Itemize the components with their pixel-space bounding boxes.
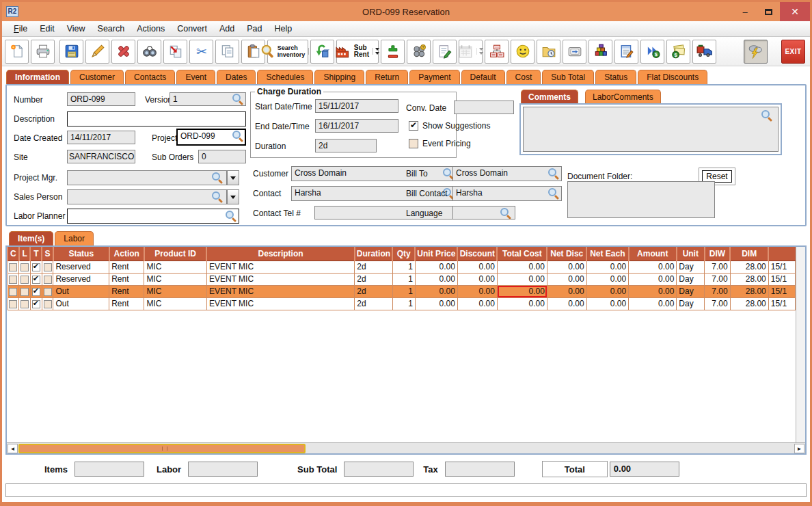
bill-contact-search-icon[interactable]: [548, 188, 559, 199]
unchecked-checkbox-icon[interactable]: [21, 276, 29, 284]
grid-cell-status[interactable]: Out: [53, 297, 109, 310]
grid-cell-description[interactable]: EVENT MIC: [206, 261, 354, 273]
sales-person-field[interactable]: [67, 189, 227, 204]
tab-information[interactable]: Information: [6, 70, 69, 84]
tab-sub-total[interactable]: Sub Total: [542, 70, 594, 84]
grid-column-header[interactable]: T: [30, 247, 42, 261]
description-field[interactable]: [67, 111, 246, 126]
calendar-dropdown-icon[interactable]: [476, 48, 483, 55]
tab-customer[interactable]: Customer: [70, 70, 124, 84]
grid-checkbox-cell[interactable]: [8, 273, 19, 285]
unchecked-checkbox-icon[interactable]: [44, 288, 52, 296]
tab-labor-comments[interactable]: LaborComments: [585, 90, 661, 103]
grid-cell-dim[interactable]: 28.00: [730, 297, 768, 310]
menu-convert[interactable]: Convert: [171, 23, 213, 35]
tab-status[interactable]: Status: [595, 70, 636, 84]
event-pricing-checkbox[interactable]: [409, 139, 418, 148]
cut-button[interactable]: ✂: [189, 40, 213, 64]
grid-checkbox-cell[interactable]: [30, 285, 42, 297]
menu-pad[interactable]: Pad: [241, 23, 268, 35]
grid-cell-discount[interactable]: 0.00: [457, 297, 497, 310]
close-button[interactable]: ✕: [780, 2, 810, 21]
grid-cell-duration[interactable]: 2d: [355, 273, 392, 285]
grid-cell-net_each[interactable]: 0.00: [586, 273, 629, 285]
grid-cell-net_disc[interactable]: 0.00: [547, 297, 586, 310]
convert-button[interactable]: [310, 40, 334, 64]
grid-cell-description[interactable]: EVENT MIC: [206, 297, 354, 310]
checked-checkbox-icon[interactable]: [32, 263, 40, 271]
maximize-button[interactable]: [757, 2, 780, 21]
grid-cell-qty[interactable]: 1: [392, 261, 415, 273]
version-search-icon[interactable]: [232, 94, 243, 105]
edit-button[interactable]: [85, 40, 109, 64]
scroll-left-icon[interactable]: ◄: [8, 444, 18, 453]
grid-cell-duration[interactable]: 2d: [355, 297, 392, 310]
shortcut-key-button[interactable]: [563, 40, 586, 64]
menu-help[interactable]: Help: [268, 23, 298, 35]
document-folder-textarea[interactable]: [567, 181, 715, 218]
grid-cell-net_disc[interactable]: 0.00: [547, 261, 586, 273]
grid-checkbox-cell[interactable]: [30, 261, 42, 273]
grid-column-header[interactable]: Amount: [629, 247, 677, 261]
grid-row[interactable]: OutRentMICEVENT MIC2d10.000.000.000.000.…: [8, 297, 796, 310]
scroll-right-icon[interactable]: ►: [794, 444, 804, 453]
grid-cell-dim[interactable]: 28.00: [730, 261, 768, 273]
minimize-button[interactable]: –: [733, 2, 757, 21]
grid-cell-amount[interactable]: 0.00: [629, 285, 677, 297]
customer-field[interactable]: Cross Domain: [291, 166, 458, 181]
tab-contacts[interactable]: Contacts: [125, 70, 175, 84]
grid-column-header[interactable]: Net Each: [586, 247, 629, 261]
grid-cell-extra[interactable]: 15/1: [768, 273, 795, 285]
scrollbar-thumb[interactable]: [18, 444, 306, 453]
grid-cell-extra[interactable]: 15/1: [768, 261, 795, 273]
grid-cell-action[interactable]: Rent: [109, 273, 144, 285]
save-button[interactable]: [59, 40, 83, 64]
price-notes-button[interactable]: $: [666, 40, 690, 64]
grid-column-header[interactable]: L: [19, 247, 31, 261]
grid-cell-qty[interactable]: 1: [392, 273, 415, 285]
sub-rent-button[interactable]: Sub Rent: [336, 40, 379, 64]
project-mgr-field[interactable]: [67, 170, 227, 185]
tab-labor[interactable]: Labor: [55, 231, 94, 245]
unchecked-checkbox-icon[interactable]: [21, 263, 29, 271]
grid-checkbox-cell[interactable]: [42, 273, 53, 285]
grid-cell-product_id[interactable]: MIC: [144, 273, 207, 285]
unchecked-checkbox-icon[interactable]: [21, 300, 29, 308]
unchecked-checkbox-icon[interactable]: [9, 263, 17, 271]
print-button[interactable]: [31, 40, 55, 64]
tab-return[interactable]: Return: [366, 70, 408, 84]
grid-cell-dim[interactable]: 28.00: [730, 273, 768, 285]
grid-cell-diw[interactable]: 7.00: [705, 261, 730, 273]
grid-cell-total_cost[interactable]: 0.00: [497, 297, 547, 310]
grid-checkbox-cell[interactable]: [30, 273, 42, 285]
show-suggestions-checkbox[interactable]: [409, 121, 418, 131]
menu-search[interactable]: Search: [92, 23, 131, 35]
calendar-button[interactable]: [459, 40, 483, 64]
inventory-cubes-button[interactable]: [588, 40, 612, 64]
tab-cost[interactable]: Cost: [506, 70, 541, 84]
grid-cell-product_id[interactable]: MIC: [144, 285, 207, 297]
grid-cell-amount[interactable]: 0.00: [629, 261, 677, 273]
grid-column-header[interactable]: Status: [53, 247, 109, 261]
grid-cell-qty[interactable]: 1: [392, 285, 415, 297]
add-remove-button[interactable]: [381, 40, 405, 64]
grid-cell-status[interactable]: Reserved: [53, 261, 109, 273]
grid-cell-net_disc[interactable]: 0.00: [547, 273, 586, 285]
grid-cell-duration[interactable]: 2d: [355, 285, 392, 297]
labor-planner-search-icon[interactable]: [226, 211, 236, 222]
unchecked-checkbox-icon[interactable]: [44, 263, 52, 271]
tab-comments[interactable]: Comments: [521, 90, 578, 103]
grid-cell-discount[interactable]: 0.00: [457, 273, 497, 285]
grid-cell-diw[interactable]: 7.00: [705, 297, 730, 310]
grid-cell-amount[interactable]: 0.00: [629, 297, 677, 310]
vertical-scrollbar[interactable]: [796, 247, 805, 442]
grid-column-header[interactable]: C: [8, 247, 19, 261]
project-mgr-dropdown[interactable]: [227, 170, 239, 185]
grid-checkbox-cell[interactable]: [19, 285, 31, 297]
grid-row[interactable]: ReservedRentMICEVENT MIC2d10.000.000.000…: [8, 273, 796, 285]
grid-column-header[interactable]: DIW: [705, 247, 730, 261]
grid-cell-status[interactable]: Out: [53, 285, 109, 297]
grid-cell-action[interactable]: Rent: [109, 261, 144, 273]
grid-cell-unit[interactable]: Day: [677, 297, 705, 310]
grid-cell-net_disc[interactable]: 0.00: [547, 285, 586, 297]
